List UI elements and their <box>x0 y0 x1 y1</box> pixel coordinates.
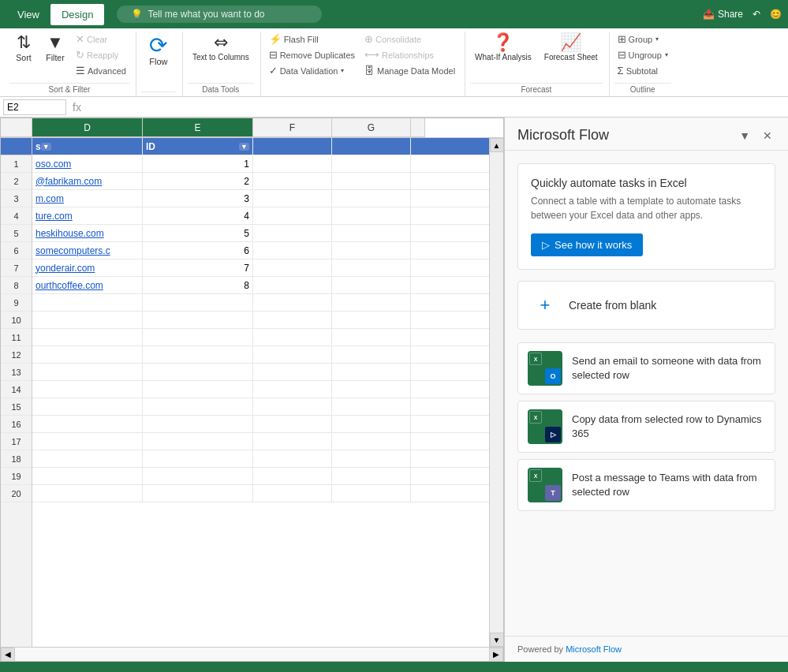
cell-d7[interactable]: yonderair.com <box>32 259 143 276</box>
empty-cell[interactable] <box>32 398 143 415</box>
empty-cell[interactable] <box>332 312 411 328</box>
cell-f8[interactable] <box>253 277 332 293</box>
cell-f7[interactable] <box>253 259 332 276</box>
col-header-d[interactable]: D <box>32 118 143 137</box>
scroll-left-button[interactable]: ◀ <box>1 648 15 662</box>
empty-cell[interactable] <box>332 364 411 380</box>
empty-cell[interactable] <box>253 416 332 432</box>
empty-cell[interactable] <box>332 468 411 484</box>
what-if-button[interactable]: ❓ What-If Analysis <box>470 32 536 64</box>
empty-cell[interactable] <box>253 398 332 415</box>
cell-f2[interactable] <box>253 173 332 189</box>
empty-cell[interactable] <box>253 329 332 345</box>
row-num-19[interactable]: 19 <box>1 468 32 485</box>
tell-me-box[interactable]: 💡 Tell me what you want to do <box>117 6 322 23</box>
empty-cell[interactable] <box>143 294 253 311</box>
row-num-9[interactable]: 9 <box>1 294 32 312</box>
empty-cell[interactable] <box>332 294 411 311</box>
header-cell-f[interactable] <box>253 138 332 155</box>
empty-cell[interactable] <box>32 294 143 311</box>
cell-d6[interactable]: somecomputers.c <box>32 242 143 259</box>
header-e-filter[interactable]: ▼ <box>239 143 249 151</box>
advanced-button[interactable]: ☰ Advanced <box>73 63 129 78</box>
empty-cell[interactable] <box>143 364 253 380</box>
header-cell-g[interactable] <box>332 138 411 155</box>
cell-f5[interactable] <box>253 225 332 241</box>
link-d3[interactable]: m.com <box>35 193 64 204</box>
sort-button[interactable]: ⇅ Sort <box>9 32 38 65</box>
empty-cell[interactable] <box>32 346 143 363</box>
empty-cell[interactable] <box>32 312 143 328</box>
cell-e3[interactable]: 3 <box>143 190 253 207</box>
tab-view[interactable]: View <box>6 4 50 25</box>
flow-item-teams[interactable]: X T Post a message to Teams with data fr… <box>517 459 775 511</box>
empty-cell[interactable] <box>32 468 143 484</box>
vertical-scrollbar[interactable]: ▲ ▼ <box>489 138 503 647</box>
link-d4[interactable]: ture.com <box>35 211 73 222</box>
h-scroll-track[interactable] <box>15 648 489 662</box>
link-d2[interactable]: @fabrikam.com <box>35 176 102 187</box>
header-cell-d[interactable]: s ▼ <box>32 138 143 155</box>
create-from-blank-item[interactable]: + Create from blank <box>517 281 775 330</box>
col-header-g[interactable]: G <box>332 118 411 137</box>
scroll-down-button[interactable]: ▼ <box>490 633 504 647</box>
flow-item-dynamics[interactable]: X ▷ Copy data from selected row to Dynam… <box>517 401 775 453</box>
empty-cell[interactable] <box>143 468 253 484</box>
cell-f3[interactable] <box>253 190 332 207</box>
row-num-14[interactable]: 14 <box>1 381 32 398</box>
empty-cell[interactable] <box>143 450 253 467</box>
scroll-up-button[interactable]: ▲ <box>490 138 504 152</box>
link-d5[interactable]: heskihouse.com <box>35 228 104 239</box>
cell-g3[interactable] <box>332 190 411 207</box>
empty-cell[interactable] <box>332 433 411 450</box>
empty-cell[interactable] <box>143 416 253 432</box>
history-button[interactable]: ↶ <box>753 9 760 20</box>
row-num-4[interactable]: 4 <box>1 207 32 225</box>
cell-g4[interactable] <box>332 207 411 224</box>
cell-d3[interactable]: m.com <box>32 190 143 207</box>
empty-cell[interactable] <box>253 346 332 363</box>
cell-e8[interactable]: 8 <box>143 277 253 293</box>
footer-link[interactable]: Microsoft Flow <box>566 644 622 654</box>
scroll-right-button[interactable]: ▶ <box>489 648 503 662</box>
row-num-15[interactable]: 15 <box>1 398 32 416</box>
formula-input[interactable] <box>84 102 785 113</box>
text-to-columns-button[interactable]: ⇔ Text to Columns <box>188 32 254 64</box>
empty-cell[interactable] <box>332 416 411 432</box>
horizontal-scrollbar[interactable]: ◀ ▶ <box>1 647 503 661</box>
flow-item-email[interactable]: X O Send an email to someone with data f… <box>517 342 775 394</box>
cell-g2[interactable] <box>332 173 411 189</box>
cell-f1[interactable] <box>253 155 332 172</box>
row-num-16[interactable]: 16 <box>1 416 32 433</box>
row-num-6[interactable]: 6 <box>1 242 32 259</box>
row-num-7[interactable]: 7 <box>1 259 32 277</box>
cell-e1[interactable]: 1 <box>143 155 253 172</box>
group-button[interactable]: ⊞ Group ▾ <box>614 32 671 47</box>
empty-cell[interactable] <box>32 485 143 502</box>
row-num-17[interactable]: 17 <box>1 433 32 450</box>
empty-cell[interactable] <box>332 485 411 502</box>
cell-d8[interactable]: ourthcoffee.com <box>32 277 143 293</box>
cell-d5[interactable]: heskihouse.com <box>32 225 143 241</box>
row-num-1[interactable]: 1 <box>1 155 32 173</box>
empty-cell[interactable] <box>32 364 143 380</box>
tab-design[interactable]: Design <box>50 4 104 25</box>
empty-cell[interactable] <box>253 485 332 502</box>
flash-fill-button[interactable]: ⚡ Flash Fill <box>266 32 358 47</box>
link-d7[interactable]: yonderair.com <box>35 263 95 274</box>
header-d-filter[interactable]: ▼ <box>41 143 51 151</box>
empty-cell[interactable] <box>143 485 253 502</box>
cell-d1[interactable]: oso.com <box>32 155 143 172</box>
empty-cell[interactable] <box>143 312 253 328</box>
empty-cell[interactable] <box>32 381 143 398</box>
link-d6[interactable]: somecomputers.c <box>35 245 110 256</box>
row-num-10[interactable]: 10 <box>1 312 32 329</box>
remove-dup-button[interactable]: ⊟ Remove Duplicates <box>266 47 358 62</box>
share-button[interactable]: 📤 Share <box>703 9 743 20</box>
cell-e6[interactable]: 6 <box>143 242 253 259</box>
cell-f4[interactable] <box>253 207 332 224</box>
empty-cell[interactable] <box>32 416 143 432</box>
empty-cell[interactable] <box>253 381 332 398</box>
row-num-18[interactable]: 18 <box>1 450 32 468</box>
empty-cell[interactable] <box>143 329 253 345</box>
